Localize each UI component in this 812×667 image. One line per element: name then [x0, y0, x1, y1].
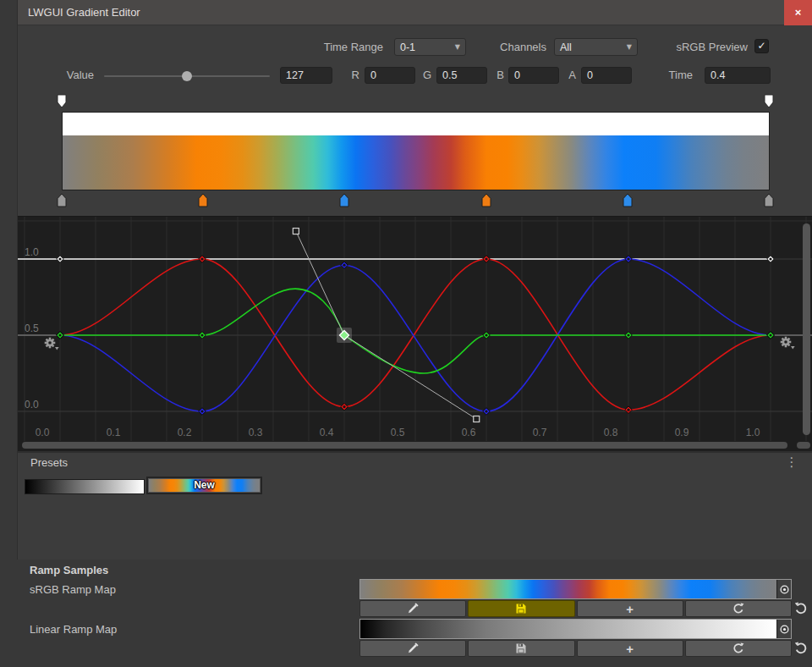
vertical-scrollbar[interactable]	[803, 223, 810, 435]
b-field[interactable]: 0	[508, 67, 559, 84]
preset-new[interactable]: New	[146, 477, 262, 494]
chevron-down-icon: ▼	[455, 43, 460, 51]
curve-key-center	[58, 257, 61, 260]
curve-key-center	[485, 257, 487, 260]
value-field[interactable]: 127	[280, 67, 332, 84]
color-key-marker[interactable]	[623, 193, 633, 207]
refresh-ramp-button[interactable]	[685, 600, 792, 617]
curve-key-center	[343, 264, 345, 267]
curve-editor-canvas[interactable]: 0.00.10.20.30.40.50.60.70.80.91.01.00.50…	[18, 217, 812, 451]
presets-header: Presets	[30, 456, 68, 469]
alpha-key-marker[interactable]	[764, 94, 774, 108]
x-axis-tick: 1.0	[746, 427, 760, 438]
srgb-preview-label: sRGB Preview	[659, 41, 748, 53]
srgb-preview-checkbox[interactable]: ✓	[754, 39, 769, 53]
channels-value: All	[560, 41, 572, 53]
tangent-handle[interactable]	[474, 416, 480, 422]
object-picker-button[interactable]	[776, 620, 791, 638]
undo-srgb-ramp-button[interactable]	[793, 601, 809, 616]
time-field[interactable]: 0.4	[705, 67, 771, 84]
plus-icon: +	[626, 603, 634, 615]
pencil-icon	[406, 642, 420, 655]
a-field[interactable]: 0	[581, 67, 632, 84]
undo-linear-ramp-button[interactable]	[793, 641, 809, 656]
y-axis-tick: 0.0	[25, 399, 39, 411]
tangent-line	[344, 335, 476, 419]
time-label: Time	[662, 69, 693, 81]
alpha-gradient-strip[interactable]	[63, 113, 769, 135]
gradient-preview[interactable]	[62, 112, 770, 190]
horizontal-scrollbar[interactable]	[22, 442, 787, 449]
edit-ramp-button[interactable]	[359, 600, 466, 617]
y-axis-tick: 1.0	[25, 246, 39, 258]
add-ramp-button[interactable]: +	[577, 640, 683, 657]
plus-icon: +	[626, 642, 634, 655]
curve-key-center	[200, 410, 203, 412]
srgb-ramp-gradient	[360, 580, 776, 598]
color-key-marker[interactable]	[481, 193, 491, 207]
x-axis-tick: 0.9	[675, 427, 689, 438]
r-label: R	[348, 69, 359, 81]
tangent-handle[interactable]	[293, 229, 299, 234]
linear-ramp-map-preview[interactable]	[359, 619, 792, 639]
srgb-ramp-map-preview[interactable]	[359, 579, 792, 599]
floppy-save-icon	[514, 602, 528, 615]
pencil-icon	[406, 602, 420, 615]
x-axis-tick: 0.0	[36, 427, 50, 438]
x-axis-tick: 0.3	[249, 427, 263, 438]
close-button[interactable]: ×	[784, 0, 812, 25]
alpha-key-marker[interactable]	[57, 94, 67, 108]
r-field[interactable]: 0	[365, 67, 415, 84]
time-range-dropdown[interactable]: 0-1 ▼	[394, 38, 466, 56]
b-label: B	[492, 69, 504, 81]
x-axis-tick: 0.6	[462, 427, 476, 438]
linear-ramp-gradient	[360, 620, 776, 638]
screen-root: LWGUI Gradient Editor × Time Range 0-1 ▼…	[0, 0, 812, 667]
curve-key-center	[485, 410, 487, 412]
preset-new-label: New	[148, 479, 261, 491]
refresh-ramp-button[interactable]	[685, 640, 792, 657]
save-ramp-button[interactable]	[468, 600, 574, 617]
alpha-markers-row	[18, 94, 812, 109]
divider	[18, 451, 812, 453]
color-key-marker[interactable]	[198, 193, 208, 207]
a-label: A	[564, 69, 576, 81]
srgb-ramp-buttons: +	[359, 600, 792, 617]
value-slider-thumb[interactable]	[182, 71, 192, 81]
color-key-marker[interactable]	[339, 193, 349, 207]
color-key-marker[interactable]	[764, 193, 774, 207]
g-label: G	[420, 69, 431, 81]
curve-key-center	[485, 334, 487, 336]
check-icon: ✓	[757, 40, 765, 52]
x-axis-tick: 0.2	[178, 427, 192, 438]
color-key-marker[interactable]	[57, 193, 67, 207]
curve-key-center	[769, 334, 771, 336]
edit-ramp-button[interactable]	[359, 640, 466, 657]
linear-ramp-buttons: +	[359, 640, 792, 657]
color-gradient-strip[interactable]	[63, 135, 769, 190]
preset-black-to-white[interactable]	[25, 479, 145, 494]
channels-dropdown[interactable]: All ▼	[554, 38, 638, 56]
x-axis-tick: 0.5	[391, 427, 405, 438]
object-picker-button[interactable]	[776, 580, 791, 598]
curve-editor-panel[interactable]: 0.00.10.20.30.40.50.60.70.80.91.01.00.50…	[18, 216, 812, 451]
object-picker-icon	[779, 624, 790, 635]
close-icon: ×	[795, 6, 802, 19]
curve-options-gear-icon[interactable]	[45, 338, 59, 350]
chevron-down-icon: ▼	[627, 43, 632, 51]
title-bar: LWGUI Gradient Editor ×	[18, 0, 812, 25]
linear-ramp-map-label: Linear Ramp Map	[30, 623, 117, 636]
undo-icon	[793, 601, 809, 616]
curve-key-center	[200, 334, 203, 336]
scrollbar-corner[interactable]	[797, 442, 810, 449]
tangent-line	[296, 231, 344, 335]
curve-options-gear-icon[interactable]	[781, 337, 795, 350]
presets-menu-icon[interactable]: ⋮	[781, 455, 803, 470]
g-field[interactable]: 0.5	[436, 67, 487, 84]
time-range-label: Time Range	[297, 41, 383, 53]
save-ramp-button[interactable]	[468, 640, 574, 657]
window-title: LWGUI Gradient Editor	[28, 0, 140, 25]
add-ramp-button[interactable]: +	[577, 600, 683, 617]
x-axis-tick: 0.8	[604, 427, 618, 438]
channels-label: Channels	[475, 41, 546, 53]
